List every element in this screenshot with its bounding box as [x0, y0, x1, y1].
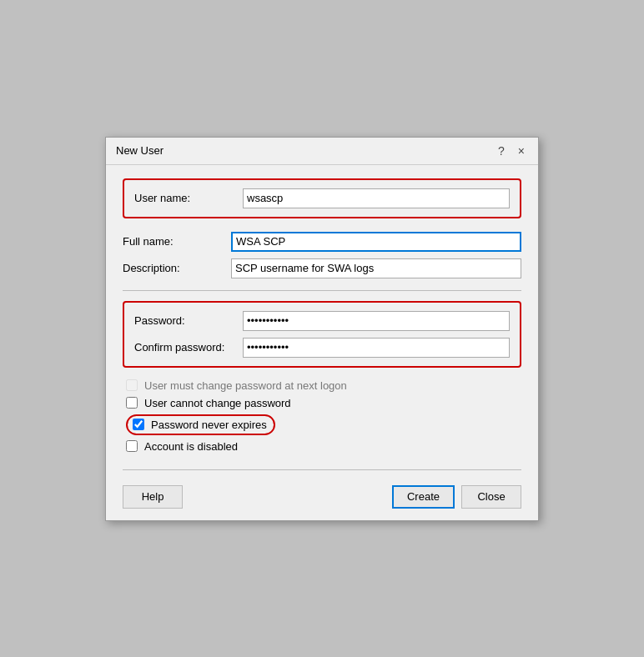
- must-change-checkbox[interactable]: [126, 379, 138, 391]
- close-icon[interactable]: ×: [515, 144, 528, 158]
- title-bar-controls: ? ×: [495, 144, 528, 158]
- must-change-label: User must change password at next logon: [144, 379, 347, 392]
- username-label: User name:: [134, 192, 243, 204]
- account-disabled-label: Account is disabled: [144, 440, 238, 453]
- dialog-body: User name: Full name: Description: Passw…: [106, 165, 538, 469]
- title-bar: New User ? ×: [106, 138, 538, 165]
- confirm-password-row: Confirm password:: [134, 338, 510, 358]
- never-expires-label: Password never expires: [151, 419, 267, 431]
- close-button[interactable]: Close: [461, 485, 521, 509]
- footer-divider: [123, 469, 521, 470]
- cannot-change-row: User cannot change password: [126, 397, 518, 409]
- description-row: Description:: [123, 258, 521, 278]
- help-icon[interactable]: ?: [495, 144, 508, 158]
- never-expires-checkbox[interactable]: [133, 419, 144, 430]
- new-user-dialog: New User ? × User name: Full name: Descr…: [105, 137, 539, 521]
- password-section: Password: Confirm password:: [123, 301, 521, 368]
- fullname-label: Full name:: [123, 235, 231, 248]
- dialog-title: New User: [116, 144, 164, 157]
- fullname-row: Full name:: [123, 232, 521, 252]
- password-input[interactable]: [243, 311, 510, 331]
- user-info-section: User name:: [123, 178, 521, 218]
- must-change-row: User must change password at next logon: [126, 379, 518, 392]
- account-disabled-row: Account is disabled: [126, 440, 518, 453]
- password-label: Password:: [134, 314, 243, 327]
- checkboxes-section: User must change password at next logon …: [123, 379, 521, 453]
- description-input[interactable]: [231, 258, 521, 278]
- description-label: Description:: [123, 262, 231, 274]
- action-buttons: Create Close: [392, 485, 521, 509]
- create-button[interactable]: Create: [392, 485, 455, 509]
- password-row: Password:: [134, 311, 510, 331]
- help-button[interactable]: Help: [123, 485, 183, 509]
- never-expires-row: Password never expires: [126, 414, 518, 435]
- cannot-change-label: User cannot change password: [144, 397, 291, 409]
- username-row: User name:: [134, 188, 510, 208]
- username-input[interactable]: [243, 188, 510, 208]
- cannot-change-checkbox[interactable]: [126, 397, 138, 409]
- confirm-password-input[interactable]: [243, 338, 510, 358]
- dialog-footer: Help Create Close: [106, 477, 538, 520]
- never-expires-highlighted: Password never expires: [126, 414, 275, 435]
- account-disabled-checkbox[interactable]: [126, 440, 138, 452]
- divider-1: [123, 290, 521, 291]
- confirm-label: Confirm password:: [134, 341, 243, 354]
- fullname-input[interactable]: [231, 232, 521, 252]
